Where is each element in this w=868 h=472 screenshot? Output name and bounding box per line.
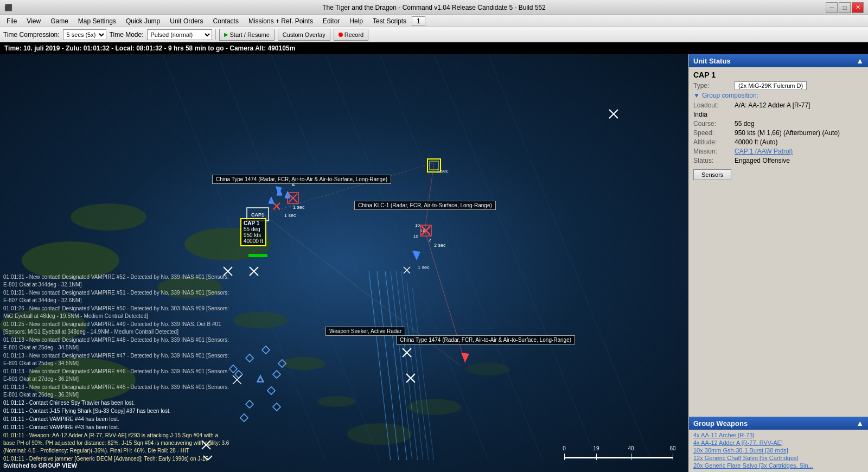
minimize-button[interactable]: ─ bbox=[826, 2, 838, 13]
window-controls: ─ □ ✕ bbox=[826, 2, 864, 13]
group-comp-label: Group composition: bbox=[702, 92, 758, 99]
maximize-button[interactable]: □ bbox=[839, 2, 851, 13]
log-entry-1: 01:01:31 - New contact! Designated VAMPI… bbox=[3, 289, 230, 304]
unit-name: CAP 1 bbox=[693, 71, 864, 79]
speed-value: 950 kts (M 1,66) (Afterburner) (Auto) bbox=[735, 129, 840, 137]
status-value: Engaged Offensive bbox=[735, 157, 790, 164]
unit-status-title: Unit Status bbox=[693, 57, 731, 65]
log-entry-6: 01:01:13 - New contact! Designated VAMPI… bbox=[3, 368, 230, 383]
group-weapons-title: Group Weapons bbox=[693, 419, 748, 428]
weapon-4[interactable]: 20x Generic Flare Salvo [3x Cartridges, … bbox=[693, 462, 864, 469]
log-entry-11: 01:01:11 - Contact VAMPIRE #43 has been … bbox=[3, 424, 230, 431]
contact-label-1: China KLC-1 (Radar, FCR, Air-to-Surface,… bbox=[354, 201, 496, 210]
log-entry-7: 01:01:13 - New contact! Designated VAMPI… bbox=[3, 384, 230, 399]
weapon-0[interactable]: 4x AA-11 Archer [R-73] bbox=[693, 432, 864, 438]
start-resume-button[interactable]: ▶ Start / Resume bbox=[219, 29, 275, 41]
speed-row: Speed: 950 kts (M 1,66) (Afterburner) (A… bbox=[693, 129, 864, 137]
menu-game[interactable]: Game bbox=[46, 16, 73, 26]
play-icon: ▶ bbox=[224, 31, 228, 37]
main-content: CAP1 bbox=[0, 54, 868, 472]
app-icon: ⬛ bbox=[4, 4, 12, 11]
loadout-value: A/A: AA-12 Adder A [R-77] bbox=[735, 101, 810, 109]
menu-bar: File View Game Map Settings Quick Jump U… bbox=[0, 15, 868, 27]
menu-unit-orders[interactable]: Unit Orders bbox=[165, 16, 207, 26]
status-text: Time: 10. juli 2019 - Zulu: 01:01:32 - L… bbox=[4, 44, 295, 52]
type-label: Type: bbox=[693, 82, 731, 90]
close-button[interactable]: ✕ bbox=[852, 2, 864, 13]
course-label: Course: bbox=[693, 120, 731, 127]
altitude-label: Altitude: bbox=[693, 138, 731, 146]
status-bar: Time: 10. juli 2019 - Zulu: 01:01:32 - L… bbox=[0, 42, 868, 54]
menu-file[interactable]: File bbox=[2, 16, 21, 26]
record-button[interactable]: Record bbox=[334, 29, 368, 41]
weapon-2[interactable]: 10x 30mm Gsh-30-1 Burst [30 rnds] bbox=[693, 447, 864, 454]
map-area[interactable]: CAP1 bbox=[0, 54, 688, 472]
menu-editor[interactable]: Editor bbox=[318, 16, 344, 26]
cap1-label-name: CAP 1 bbox=[244, 220, 263, 226]
contact-label-3: China Type 1474 (Radar, FCR, Air-to-Air … bbox=[396, 335, 575, 345]
contact-label-2: Weapon Seeker, Active Radar bbox=[326, 327, 405, 336]
window-title: The Tiger and the Dragon - Command v1.04… bbox=[322, 4, 546, 11]
mission-label: Mission: bbox=[693, 148, 731, 155]
mission-row: Mission: CAP 1 (AAW Patrol) bbox=[693, 148, 864, 155]
group-weapons-body: 4x AA-11 Archer [R-73] 4x AA-12 Adder A … bbox=[689, 430, 868, 472]
log-entry-0: 01:01:31 - New contact! Designated VAMPI… bbox=[3, 273, 230, 289]
menu-quick-jump[interactable]: Quick Jump bbox=[122, 16, 164, 26]
menu-test-scripts[interactable]: Test Scripts bbox=[368, 16, 411, 26]
cap1-unit-label[interactable]: CAP 1 55 deg 950 kts 40000 ft bbox=[240, 218, 266, 246]
toolbar-separator-1 bbox=[215, 29, 216, 40]
group-weapons-header: Group Weapons ▲ bbox=[689, 417, 868, 430]
india-value: India bbox=[693, 111, 707, 118]
log-entry-5: 01:01:13 - New contact! Designated VAMPI… bbox=[3, 352, 230, 367]
unit-status-header: Unit Status ▲ bbox=[689, 54, 868, 67]
log-entry-8: 01:01:12 - Contact Chinese Spy Trawler h… bbox=[3, 399, 230, 407]
speed-label: Speed: bbox=[693, 129, 731, 137]
india-row: India bbox=[693, 111, 864, 118]
time-mode-label: Time Mode: bbox=[110, 31, 144, 39]
log-entry-9: 01:01:11 - Contact J-15 Flying Shark [Su… bbox=[3, 407, 230, 415]
altitude-value: 40000 ft (Auto) bbox=[735, 138, 777, 146]
title-bar: ⬛ The Tiger and the Dragon - Command v1.… bbox=[0, 0, 868, 15]
time-compression-label: Time Compression: bbox=[3, 31, 60, 39]
scenario-tab[interactable]: 1 bbox=[412, 16, 425, 26]
unit-status-body: CAP 1 Type: (2x MiG-29K Fulcrum D) ▼ Gro… bbox=[689, 67, 868, 417]
weapon-1[interactable]: 4x AA-12 Adder A [R-77, RVV-AE] bbox=[693, 439, 864, 446]
status-row: Status: Engaged Offensive bbox=[693, 157, 864, 164]
loadout-row: Loadout: A/A: AA-12 Adder A [R-77] bbox=[693, 101, 864, 109]
altitude-row: Altitude: 40000 ft (Auto) bbox=[693, 138, 864, 146]
loadout-label: Loadout: bbox=[693, 101, 731, 109]
record-icon bbox=[339, 33, 343, 37]
cap1-heading: 55 deg bbox=[244, 226, 263, 232]
course-row: Course: 55 deg bbox=[693, 120, 864, 127]
custom-overlay-button[interactable]: Custom Overlay bbox=[278, 29, 330, 41]
log-entry-4: 01:01:13 - New contact! Designated VAMPI… bbox=[3, 336, 230, 352]
menu-map-settings[interactable]: Map Settings bbox=[74, 16, 120, 26]
contact-label-0: China Type 1474 (Radar, FCR, Air-to-Air … bbox=[212, 175, 391, 184]
log-panel: 01:01:31 - New contact! Designated VAMPI… bbox=[0, 271, 233, 472]
menu-help[interactable]: Help bbox=[345, 16, 367, 26]
toolbar: Time Compression: 5 secs (5x) Time Mode:… bbox=[0, 27, 868, 42]
sensors-button[interactable]: Sensors bbox=[693, 169, 731, 180]
chevron-down-icon: ▼ bbox=[693, 92, 700, 99]
mission-link[interactable]: CAP 1 (AAW Patrol) bbox=[735, 148, 793, 155]
status-label: Status: bbox=[693, 157, 731, 164]
type-value: (2x MiG-29K Fulcrum D) bbox=[735, 81, 807, 90]
log-entry-3: 01:01:25 - New contact! Designated VAMPI… bbox=[3, 321, 230, 336]
menu-missions-ref[interactable]: Missions + Ref. Points bbox=[244, 16, 317, 26]
group-comp-toggle[interactable]: ▼ Group composition: bbox=[693, 92, 864, 99]
menu-contacts[interactable]: Contacts bbox=[209, 16, 243, 26]
unit-status-collapse-btn[interactable]: ▲ bbox=[856, 56, 864, 65]
group-weapons-collapse-btn[interactable]: ▲ bbox=[856, 419, 864, 428]
menu-view[interactable]: View bbox=[22, 16, 45, 26]
cap1-speed: 950 kts bbox=[244, 232, 263, 238]
course-value: 55 deg bbox=[735, 120, 755, 127]
time-mode-select[interactable]: Pulsed (normal) bbox=[147, 29, 212, 40]
log-entry-10: 01:01:11 - Contact VAMPIRE #44 has been … bbox=[3, 416, 230, 423]
unit-type-row: Type: (2x MiG-29K Fulcrum D) bbox=[693, 81, 864, 90]
weapon-3[interactable]: 12x Generic Chaff Salvo [5x Cartridges] bbox=[693, 455, 864, 461]
time-compression-select[interactable]: 5 secs (5x) bbox=[63, 29, 106, 40]
right-panel: Unit Status ▲ CAP 1 Type: (2x MiG-29K Fu… bbox=[688, 54, 868, 472]
log-entry-12: 01:01:11 - Weapon: AA-12 Adder A [R-77, … bbox=[3, 432, 230, 455]
log-entry-2: 01:01:26 - New contact! Designated VAMPI… bbox=[3, 305, 230, 320]
log-footer: Switched to GROUP VIEW bbox=[3, 462, 77, 470]
